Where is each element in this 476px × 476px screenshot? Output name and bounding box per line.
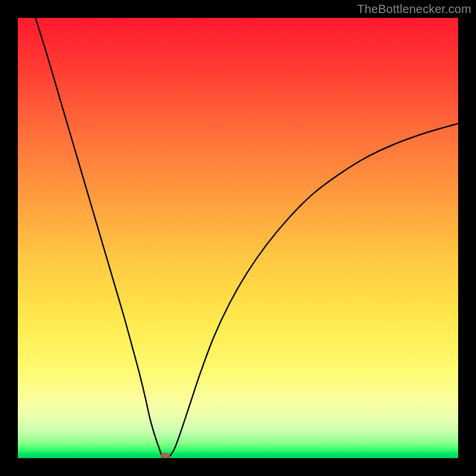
watermark-text: TheBottlenecker.com — [357, 2, 471, 16]
chart-frame: TheBottlenecker.com — [0, 0, 476, 476]
bottleneck-curve — [36, 18, 458, 458]
plot-area — [18, 18, 458, 458]
curve-layer — [18, 18, 458, 458]
optimal-point-marker — [161, 453, 170, 459]
